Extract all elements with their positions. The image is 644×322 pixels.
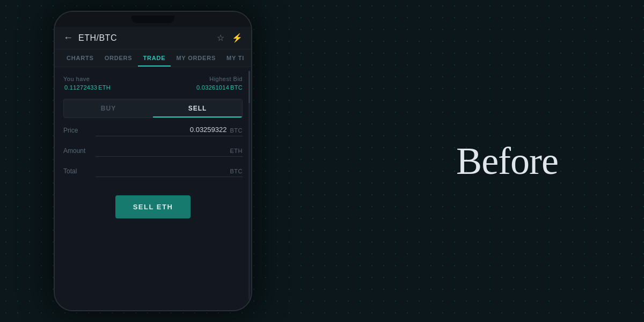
tab-orders[interactable]: ORDERS: [99, 49, 138, 67]
tab-trade[interactable]: TRADE: [138, 49, 171, 67]
phone-mockup: ← ETH/BTC ☆ ⚡ CHARTS ORDERS TRADE MY ORD…: [54, 11, 252, 311]
nav-tabs: CHARTS ORDERS TRADE MY ORDERS MY TI: [55, 49, 251, 67]
amount-input[interactable]: [96, 146, 227, 154]
price-field-row: Price BTC: [63, 126, 243, 136]
tab-my-ti[interactable]: MY TI: [221, 49, 250, 67]
highest-bid-balance: Highest Bid 0.03261014BTC: [195, 76, 243, 91]
scroll-indicator: [248, 71, 250, 299]
buy-toggle[interactable]: BUY: [64, 99, 153, 118]
scroll-thumb: [248, 71, 250, 103]
back-icon[interactable]: ←: [63, 32, 73, 43]
header-right: ☆ ⚡: [217, 33, 243, 43]
header-left: ← ETH/BTC: [63, 32, 117, 43]
before-text: Before: [456, 139, 558, 184]
price-input[interactable]: [96, 126, 227, 134]
sell-toggle[interactable]: SELL: [153, 99, 242, 118]
lightning-icon[interactable]: ⚡: [232, 33, 243, 43]
tab-my-orders[interactable]: MY ORDERS: [171, 49, 221, 67]
amount-unit: ETH: [230, 148, 243, 154]
highest-bid-value: 0.03261014BTC: [195, 83, 243, 91]
app-content: You have 0.11272433ETH Highest Bid 0.032…: [55, 67, 251, 310]
total-unit: BTC: [230, 168, 243, 174]
amount-field-row: Amount ETH: [63, 146, 243, 157]
price-label: Price: [63, 127, 91, 136]
phone-top-bar: [55, 12, 251, 27]
total-field-row: Total BTC: [63, 166, 243, 177]
tab-charts[interactable]: CHARTS: [61, 49, 99, 67]
app-header: ← ETH/BTC ☆ ⚡: [55, 27, 251, 49]
price-input-wrap: BTC: [96, 126, 243, 136]
you-have-value: 0.11272433ETH: [63, 83, 111, 91]
trade-toggle: BUY SELL: [63, 99, 243, 118]
you-have-balance: You have 0.11272433ETH: [63, 76, 111, 91]
total-input[interactable]: [96, 166, 227, 174]
highest-bid-label: Highest Bid: [195, 76, 243, 82]
amount-label: Amount: [63, 147, 91, 157]
star-icon[interactable]: ☆: [217, 33, 224, 43]
total-input-wrap: BTC: [96, 166, 243, 177]
total-label: Total: [63, 167, 91, 177]
pair-title: ETH/BTC: [78, 33, 117, 43]
form-fields: Price BTC Amount ETH Total BTC: [63, 126, 243, 302]
phone-notch: [131, 16, 174, 23]
you-have-label: You have: [63, 76, 111, 82]
balance-row: You have 0.11272433ETH Highest Bid 0.032…: [63, 76, 243, 91]
amount-input-wrap: ETH: [96, 146, 243, 157]
price-unit: BTC: [230, 127, 243, 134]
sell-eth-button[interactable]: SELL ETH: [115, 195, 191, 218]
